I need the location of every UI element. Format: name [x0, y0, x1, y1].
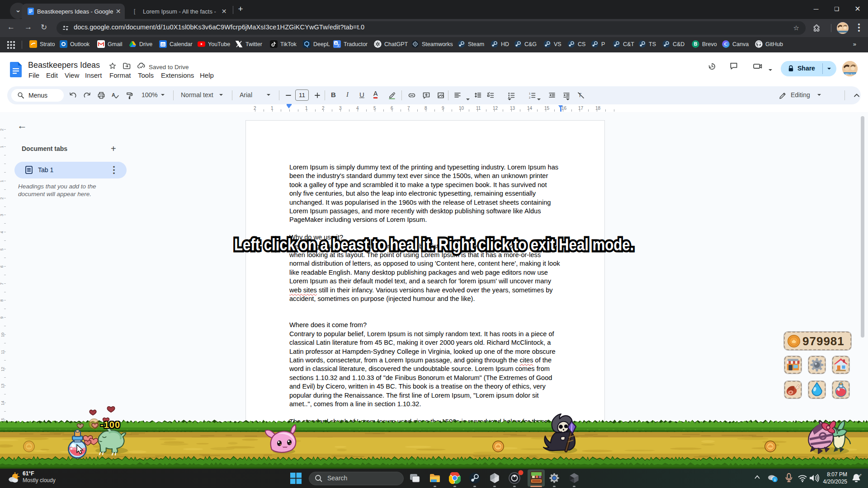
svg-text:B: B: [694, 41, 698, 47]
svg-text:2: 2: [529, 96, 531, 99]
svg-text:z: z: [860, 473, 862, 476]
svg-text:1: 1: [529, 92, 531, 95]
svg-text:C: C: [724, 42, 728, 47]
svg-text:21: 21: [161, 43, 165, 46]
svg-text:FAMILY BOYS: FAMILY BOYS: [845, 73, 855, 75]
svg-text:文: 文: [337, 43, 340, 47]
